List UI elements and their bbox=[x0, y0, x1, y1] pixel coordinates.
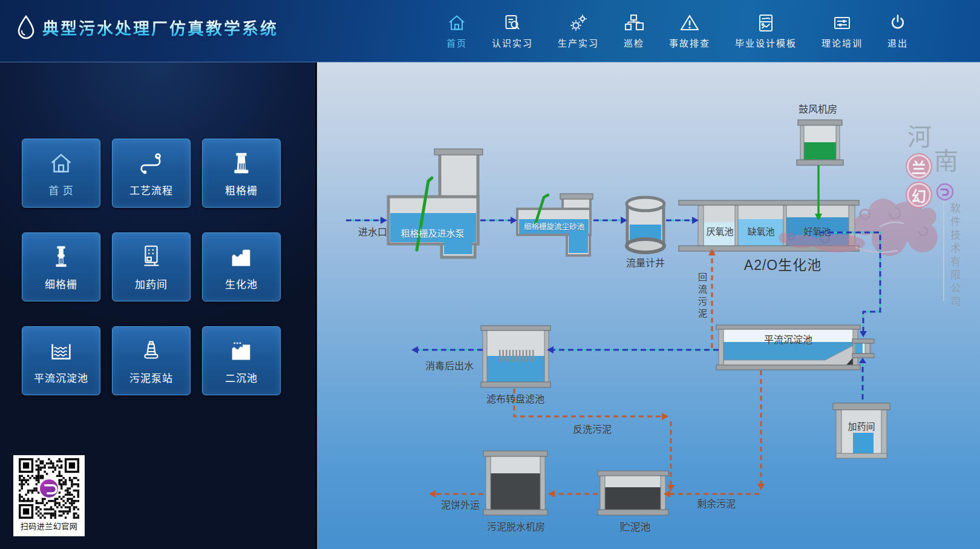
water-drop-icon bbox=[17, 15, 35, 40]
qr-code-card: 扫码进兰幻官网 bbox=[13, 455, 85, 536]
coarse-screen-tank-shape[interactable] bbox=[388, 149, 483, 257]
label-sludge-cake-out: 泥饼外运 bbox=[441, 497, 480, 511]
label-dewatering-house[interactable]: 污泥脱水机房 bbox=[487, 519, 545, 533]
sidebar: 首 页 工艺流程 bbox=[0, 62, 317, 549]
sidebar-item-process-flow[interactable]: 工艺流程 bbox=[112, 139, 191, 208]
top-nav: 首页 认识实习 bbox=[446, 0, 908, 62]
secondary-tank-icon bbox=[227, 337, 255, 365]
watermark-divider bbox=[943, 201, 944, 301]
dosing-machine-icon bbox=[137, 243, 165, 271]
label-sludge-storage[interactable]: 贮泥池 bbox=[620, 519, 651, 534]
sidebar-item-fine-screen[interactable]: 细格栅 bbox=[22, 232, 100, 301]
sidebar-item-secondary-tank[interactable]: 二沉池 bbox=[202, 326, 281, 395]
sidebar-button-grid: 首 页 工艺流程 bbox=[22, 139, 281, 395]
watermark-company: 软件技术有限公司 bbox=[947, 203, 962, 309]
sludge-flow-pipes bbox=[429, 249, 765, 498]
label-return-sludge: 回流污泥 bbox=[696, 272, 708, 321]
cloth-disc-filter-shape[interactable] bbox=[481, 326, 550, 387]
watermark-seal-huan: 幻 bbox=[906, 182, 932, 208]
flow-diagram-area: 进水口 粗格栅及进水泵 细格栅旋流尘砂池 流量计井 厌氧池 缺氧池 好氧池 A2… bbox=[317, 62, 980, 549]
nav-item-production-practice[interactable]: 生产实习 bbox=[558, 13, 599, 49]
sedimentation-outlet-connector bbox=[852, 339, 874, 358]
power-icon bbox=[888, 13, 907, 33]
nav-item-cognition-practice[interactable]: 认识实习 bbox=[492, 13, 533, 49]
sludge-pump-icon bbox=[137, 337, 165, 365]
label-inlet: 进水口 bbox=[358, 224, 387, 238]
lanhuan-logo-icon bbox=[935, 182, 955, 204]
label-aerobic: 好氧池 bbox=[803, 225, 831, 237]
label-dosing-room[interactable]: 加药间 bbox=[848, 419, 875, 432]
process-route-icon bbox=[137, 150, 165, 177]
sidebar-item-bio-tank[interactable]: 生化池 bbox=[202, 232, 281, 301]
home-icon bbox=[47, 150, 75, 177]
nav-item-home[interactable]: 首页 bbox=[446, 13, 467, 49]
sludge-storage-tank-shape[interactable] bbox=[598, 471, 668, 515]
bio-tank-icon bbox=[227, 243, 255, 271]
sidebar-item-coarse-screen[interactable]: 粗格栅 bbox=[202, 139, 281, 208]
label-backwash-sludge: 反洗污泥 bbox=[573, 421, 612, 436]
flow-meter-well-shape[interactable] bbox=[627, 197, 664, 252]
header-bar: 典型污水处理厂仿真教学系统 首页 认识实习 bbox=[0, 0, 980, 62]
nav-item-inspection[interactable]: 巡检 bbox=[624, 13, 644, 49]
design-template-icon bbox=[756, 13, 776, 33]
nav-item-exit[interactable]: 退出 bbox=[887, 13, 908, 49]
warning-triangle-icon bbox=[679, 13, 700, 33]
page-title: 典型污水处理厂仿真教学系统 bbox=[42, 16, 278, 39]
label-cloth-disc-filter[interactable]: 滤布转盘滤池 bbox=[486, 391, 544, 406]
home-icon bbox=[447, 13, 466, 33]
watermark-char-he: 河 bbox=[907, 117, 932, 153]
sedimentation-tank-icon bbox=[47, 337, 75, 365]
qr-caption: 扫码进兰幻官网 bbox=[13, 520, 85, 531]
dewatering-house-shape[interactable] bbox=[483, 451, 547, 515]
coarse-screen-icon bbox=[227, 150, 255, 177]
label-anaerobic: 厌氧池 bbox=[706, 225, 733, 237]
label-fine-screen-grit[interactable]: 细格栅旋流尘砂池 bbox=[524, 220, 584, 232]
app-window: 典型污水处理厂仿真教学系统 首页 认识实习 bbox=[0, 0, 980, 549]
label-disinfected-outflow: 消毒后出水 bbox=[425, 358, 474, 372]
sidebar-item-sludge-pump-station[interactable]: 污泥泵站 bbox=[112, 326, 191, 395]
nav-item-accident-check[interactable]: 事故排查 bbox=[669, 13, 710, 49]
sidebar-item-dosing-room[interactable]: 加药间 bbox=[112, 232, 191, 301]
label-anoxic: 缺氧池 bbox=[747, 225, 774, 237]
nav-item-theory-training[interactable]: 理论培训 bbox=[822, 13, 863, 49]
label-a2o-tank[interactable]: A2/O生化池 bbox=[744, 254, 822, 274]
fine-screen-icon bbox=[47, 243, 75, 271]
org-chart-icon bbox=[624, 13, 644, 33]
process-flow-diagram bbox=[317, 62, 980, 549]
gears-icon bbox=[569, 13, 588, 33]
label-flow-meter-well[interactable]: 流量计井 bbox=[626, 255, 665, 269]
sidebar-item-home[interactable]: 首 页 bbox=[22, 139, 100, 208]
qr-code bbox=[19, 458, 79, 519]
document-search-icon bbox=[503, 13, 522, 33]
sidebar-item-sedimentation-tank[interactable]: 平流沉淀池 bbox=[22, 326, 100, 395]
app-brand: 典型污水处理厂仿真教学系统 bbox=[17, 15, 278, 40]
sliders-icon bbox=[832, 13, 852, 33]
label-coarse-screen[interactable]: 粗格栅及进水泵 bbox=[400, 226, 464, 239]
nav-item-graduation-template[interactable]: 毕业设计模板 bbox=[735, 13, 797, 49]
label-sedimentation[interactable]: 平流沉淀池 bbox=[764, 332, 812, 346]
watermark-seal-lan: 兰 bbox=[906, 153, 932, 180]
label-blower-house[interactable]: 鼓风机房 bbox=[799, 101, 837, 116]
watermark-char-nan: 南 bbox=[934, 142, 958, 177]
label-surplus-sludge: 剩余污泥 bbox=[697, 496, 736, 510]
